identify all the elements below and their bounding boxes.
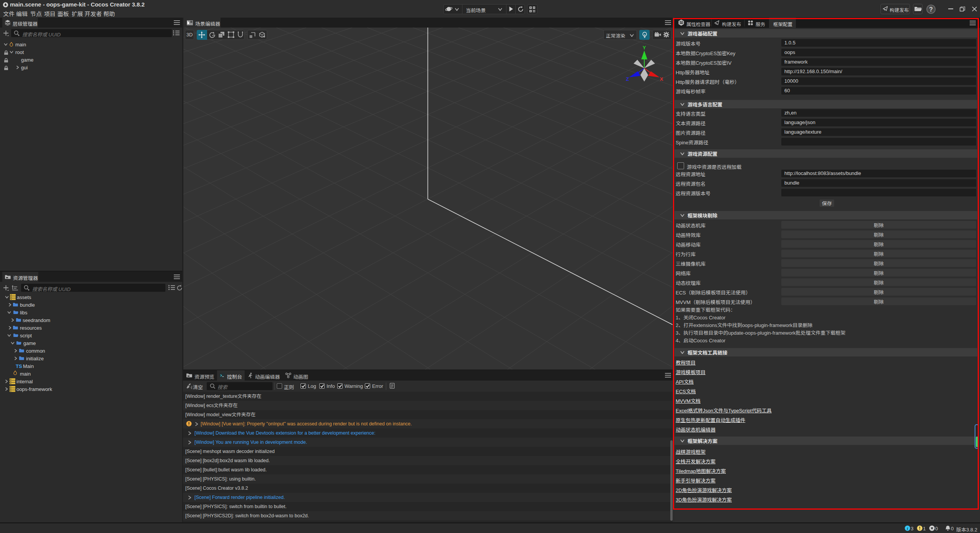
svg-text:X: X <box>660 76 663 82</box>
svg-text:?: ? <box>929 6 933 13</box>
svg-text:Y: Y <box>643 45 646 51</box>
svg-text:Z: Z <box>626 76 629 82</box>
